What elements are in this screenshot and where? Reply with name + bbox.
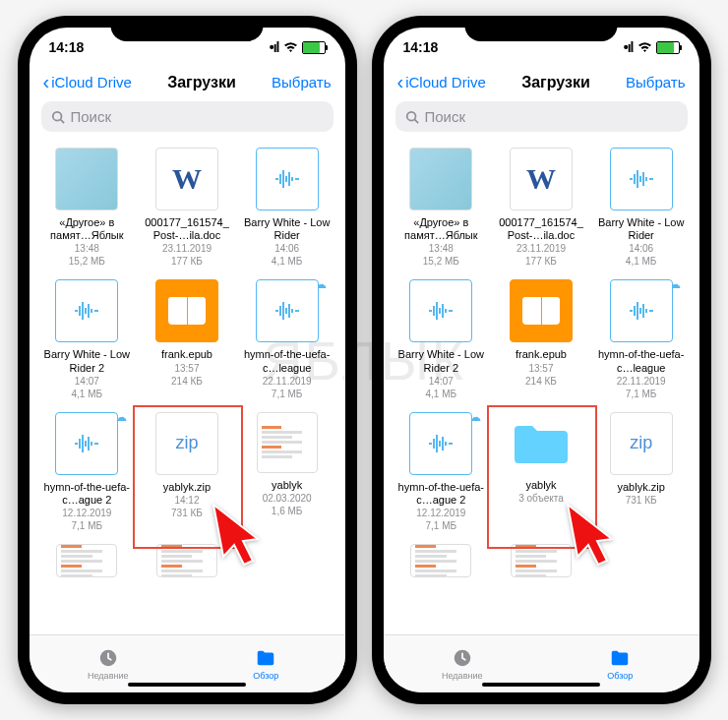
file-name: hymn-of-the-uefa-c…league	[597, 348, 686, 374]
file-meta: 214 КБ	[525, 375, 557, 388]
file-item[interactable]: «Другое» в памят…Яблык13:4815,2 МБ	[394, 148, 490, 268]
home-indicator[interactable]	[482, 683, 600, 687]
phone-notch	[465, 16, 618, 41]
file-thumbnail: zip	[155, 412, 218, 475]
phone-screen: 14:18 ‹ iCloud Drive Загрузки Выбрать По…	[384, 28, 699, 692]
file-meta: 177 КБ	[525, 255, 557, 268]
file-thumbnail	[55, 412, 118, 475]
file-thumbnail	[409, 412, 472, 475]
back-label: iCloud Drive	[405, 74, 486, 90]
file-meta: 22.11.2019	[263, 375, 312, 388]
phone-notch	[111, 16, 264, 41]
file-name: frank.epub	[161, 348, 212, 361]
file-name: «Другое» в памят…Яблык	[396, 216, 485, 242]
search-icon	[405, 110, 419, 124]
phone-screen: 14:18 ‹ iCloud Drive Загрузки Выбрать По…	[30, 28, 345, 692]
file-name: hymn-of-the-uefa-c…ague 2	[396, 481, 485, 507]
search-input[interactable]: Поиск	[41, 101, 334, 132]
file-meta: 1,6 МБ	[272, 505, 303, 517]
file-thumbnail	[257, 412, 318, 473]
wifi-icon	[283, 42, 298, 53]
file-name: Barry White - Low Rider	[243, 216, 332, 242]
status-time: 14:18	[403, 39, 439, 55]
svg-line-4	[414, 119, 418, 123]
file-name: yablyk	[525, 479, 556, 492]
file-meta: 22.11.2019	[617, 375, 666, 388]
search-input[interactable]: Поиск	[395, 101, 688, 132]
file-item[interactable]: W000177_161574_Post-…ila.doc23.11.201917…	[493, 148, 589, 268]
nav-bar: ‹ iCloud Drive Загрузки Выбрать	[30, 67, 345, 101]
back-button[interactable]: ‹ iCloud Drive	[43, 71, 132, 93]
clock-icon	[451, 647, 474, 669]
file-thumbnail	[256, 279, 319, 342]
file-thumbnail	[510, 279, 573, 342]
file-item[interactable]: Barry White - Low Rider14:064,1 МБ	[239, 148, 335, 268]
file-item[interactable]: ☁︎hymn-of-the-uefa-c…league22.11.20197,1…	[593, 279, 690, 399]
file-meta: 13:57	[528, 362, 553, 375]
svg-line-1	[60, 119, 64, 123]
wifi-icon	[637, 42, 652, 53]
file-meta: 7,1 МБ	[72, 519, 103, 532]
file-meta: 14:07	[75, 375, 99, 388]
file-meta: 731 КБ	[626, 494, 657, 507]
file-meta: 12.12.2019	[416, 507, 465, 519]
file-item[interactable]: Barry White - Low Rider 214:074,1 МБ	[394, 279, 490, 399]
file-name: hymn-of-the-uefa-c…ague 2	[42, 481, 131, 507]
file-item[interactable]: «Другое» в памят…Яблык13:4815,2 МБ	[39, 148, 136, 268]
file-name: yablyk.zip	[163, 481, 211, 494]
file-meta: 14:06	[629, 242, 653, 255]
battery-icon	[302, 41, 326, 54]
file-thumbnail	[409, 148, 472, 210]
file-meta: 02.03.2020	[263, 492, 312, 505]
file-meta: 23.11.2019	[516, 242, 566, 255]
status-time: 14:18	[49, 39, 85, 55]
folder-icon	[254, 647, 277, 669]
file-item[interactable]	[394, 544, 490, 577]
file-item[interactable]	[39, 544, 136, 577]
phone-mock-left: 14:18 ‹ iCloud Drive Загрузки Выбрать По…	[18, 16, 357, 704]
select-button[interactable]: Выбрать	[272, 74, 331, 90]
file-meta: 14:06	[274, 242, 299, 255]
file-name: yablyk.zip	[618, 481, 665, 494]
file-meta: 15,2 МБ	[69, 255, 105, 268]
file-meta: 14:12	[174, 494, 199, 507]
file-name: frank.epub	[516, 348, 567, 361]
file-item[interactable]: Barry White - Low Rider14:064,1 МБ	[593, 148, 690, 268]
file-name: Barry White - Low Rider 2	[396, 348, 485, 374]
file-name: 000177_161574_Post-…ila.doc	[143, 216, 231, 242]
file-meta: 4,1 МБ	[426, 388, 457, 400]
file-meta: 214 КБ	[171, 375, 203, 388]
search-icon	[51, 110, 65, 124]
file-thumbnail: W	[510, 148, 573, 210]
file-thumbnail: zip	[610, 412, 673, 475]
file-thumbnail	[256, 148, 319, 210]
file-item[interactable]: Barry White - Low Rider 214:074,1 МБ	[39, 279, 136, 399]
file-grid: «Другое» в памят…Яблык13:4815,2 МБW00017…	[384, 142, 699, 634]
search-placeholder: Поиск	[425, 108, 466, 125]
file-item[interactable]: W000177_161574_Post-…ila.doc23.11.201917…	[139, 148, 235, 268]
file-meta: 177 КБ	[171, 255, 203, 268]
file-item[interactable]: frank.epub13:57214 КБ	[493, 279, 589, 399]
file-item[interactable]: ☁︎hymn-of-the-uefa-c…ague 212.12.20197,1…	[394, 412, 490, 532]
file-item[interactable]: frank.epub13:57214 КБ	[139, 279, 235, 399]
signal-icon	[270, 39, 279, 55]
phone-mock-right: 14:18 ‹ iCloud Drive Загрузки Выбрать По…	[372, 16, 711, 704]
svg-point-3	[406, 111, 415, 120]
file-thumbnail	[55, 279, 118, 342]
file-item[interactable]: ☁︎hymn-of-the-uefa-c…league22.11.20197,1…	[239, 279, 335, 399]
back-button[interactable]: ‹ iCloud Drive	[397, 71, 486, 93]
chevron-left-icon: ‹	[43, 71, 50, 93]
select-button[interactable]: Выбрать	[626, 74, 685, 90]
file-meta: 23.11.2019	[162, 242, 212, 255]
battery-icon	[656, 41, 680, 54]
file-item[interactable]: ☁︎hymn-of-the-uefa-c…ague 212.12.20197,1…	[39, 412, 136, 532]
file-meta: 7,1 МБ	[272, 388, 303, 400]
file-thumbnail	[155, 279, 218, 342]
nav-bar: ‹ iCloud Drive Загрузки Выбрать	[384, 67, 699, 101]
file-thumbnail	[410, 544, 471, 577]
file-name: 000177_161574_Post-…ila.doc	[497, 216, 585, 242]
file-meta: 13:57	[174, 362, 199, 375]
home-indicator[interactable]	[128, 683, 246, 687]
back-label: iCloud Drive	[51, 74, 132, 90]
file-meta: 731 КБ	[171, 507, 203, 519]
